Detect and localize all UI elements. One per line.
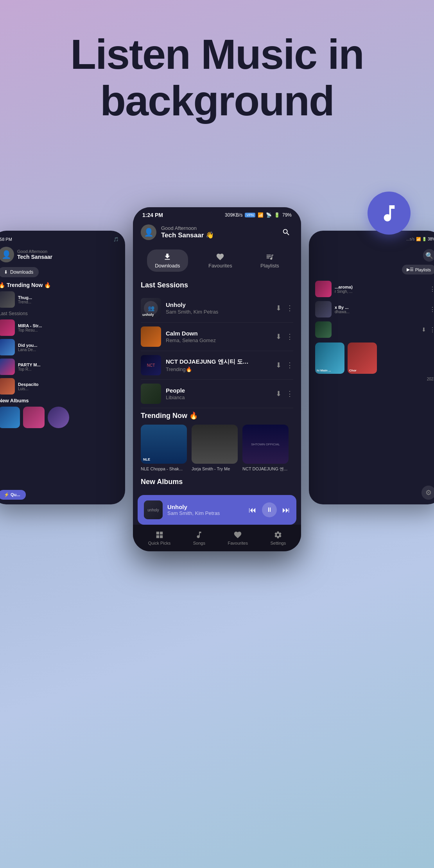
download-icon[interactable]: ⬇ xyxy=(421,326,426,333)
list-item: PARTY M... Top R... xyxy=(0,359,119,375)
status-time: 1:24 PM xyxy=(142,212,163,218)
download-song-icon[interactable]: ⬇ xyxy=(276,304,282,312)
trending-grid: NLE NLE Choppa - Shak... Jorja Smith - T… xyxy=(141,425,293,472)
song-thumbnail xyxy=(315,281,332,297)
song-item-nct[interactable]: NCT NCT DOJAEJUNG 엔시티 도… Trending🔥 ⬇ ⋮ xyxy=(141,351,293,380)
settings-icon[interactable]: ⚙ xyxy=(421,486,434,500)
song-title: People xyxy=(166,387,271,394)
vpn-badge: VPN xyxy=(245,213,255,217)
list-item: ...aroma) r Singh, ... ⋮ xyxy=(315,281,434,297)
fast-forward-button[interactable]: ⏭ xyxy=(282,506,290,515)
song-item-calmdown[interactable]: Calm Down Rema, Selena Gomez ⬇ ⋮ xyxy=(141,323,293,351)
nav-settings[interactable]: Settings xyxy=(270,531,286,545)
song-item-unholy[interactable]: 👥 unholy Unholy Sam Smith, Kim Petras ⬇ … xyxy=(141,294,293,323)
song-artist: Lana De... xyxy=(18,348,38,352)
song-thumbnail xyxy=(0,291,15,308)
grid-icon xyxy=(155,531,164,539)
nav-quick-picks-label: Quick Picks xyxy=(148,541,170,545)
right-playlists-btn[interactable]: ▶☰ Playlists xyxy=(402,265,434,274)
phone-center: 1:24 PM 309KB/s VPN 📶 📡 🔋 79% 👤 Good Aft… xyxy=(133,207,301,551)
more-options-icon[interactable]: ⋮ xyxy=(286,361,293,369)
song-artist: r Singh, ... xyxy=(335,289,353,294)
left-downloads-btn[interactable]: ⬇ Downloads xyxy=(0,267,39,277)
more-options-icon[interactable]: ⋮ xyxy=(286,389,293,398)
more-options-icon[interactable]: ⋮ xyxy=(429,285,434,293)
tab-downloads-label: Downloads xyxy=(155,263,180,269)
battery-icon: 🔋 xyxy=(274,212,280,218)
trending-label: NCT DOJAEJUNG 엔... xyxy=(242,466,289,472)
right-battery: 38% xyxy=(428,237,434,241)
play-pause-button[interactable]: ⏸ xyxy=(262,502,277,517)
tab-downloads[interactable]: Downloads xyxy=(147,249,188,272)
now-playing-title: Unholy xyxy=(167,504,244,510)
more-options-icon[interactable]: ⋮ xyxy=(286,304,293,312)
bottom-nav: Quick Picks Songs Favourites Settings xyxy=(133,525,301,551)
calmdown-thumbnail xyxy=(141,326,161,347)
unholy-thumbnail: 👥 unholy xyxy=(141,298,161,318)
quick-picks-btn[interactable]: ⚡ Qu... xyxy=(0,490,26,500)
song-artist-text: Libianca xyxy=(166,395,271,400)
people-thumbnail xyxy=(141,384,161,404)
trending-card-nle[interactable]: NLE NLE Choppa - Shak... xyxy=(141,425,187,472)
nav-quick-picks[interactable]: Quick Picks xyxy=(148,531,170,545)
nav-favourites[interactable]: Favourites xyxy=(228,531,248,545)
greeting-text: Good Afternoon xyxy=(161,225,214,231)
user-avatar[interactable]: 👤 xyxy=(141,224,156,240)
list-item: Despacito Luis... xyxy=(0,378,119,395)
album-thumb xyxy=(48,407,69,428)
right-search-btn[interactable]: 🔍 xyxy=(423,249,434,262)
nav-songs[interactable]: Songs xyxy=(193,531,205,545)
more-options-icon[interactable]: ⋮ xyxy=(286,332,293,341)
heart-tab-icon xyxy=(216,253,224,261)
trending-label: Jorja Smith - Try Me xyxy=(192,466,238,472)
jorja-thumbnail xyxy=(192,425,238,464)
song-artist-text: Sam Smith, Kim Petras xyxy=(166,309,271,315)
trending-label: NLE Choppa - Shak... xyxy=(141,466,187,472)
tab-playlists[interactable]: Playlists xyxy=(253,249,287,272)
phones-area: :58 PM 🎵 👤 Good Afternoon Tech Sansaar ⬇… xyxy=(0,207,434,868)
app-header: 👤 Good Afternoon Tech Sansaar 👋 xyxy=(133,221,301,246)
song-name: ...aroma) xyxy=(335,285,353,289)
list-item: x By ... dhawa... ⋮ xyxy=(315,301,434,317)
song-artist: dhawa... xyxy=(335,310,350,314)
list-item: Did you... Lana De... xyxy=(0,339,119,355)
battery-level: 79% xyxy=(282,212,292,218)
more-options-icon[interactable]: ⋮ xyxy=(429,306,434,313)
nav-songs-label: Songs xyxy=(193,541,205,545)
tab-favourites[interactable]: Favourites xyxy=(201,249,240,272)
user-name: Tech Sansaar 👋 xyxy=(161,231,214,239)
song-thumbnail xyxy=(0,319,15,336)
phone-right: ...s/s 📶 🔋 38% 🔍 ▶☰ Playlists ...aroma) xyxy=(309,231,434,504)
download-song-icon[interactable]: ⬇ xyxy=(276,332,282,341)
download-song-icon[interactable]: ⬇ xyxy=(276,361,282,369)
album-thumb: Chor xyxy=(348,343,377,374)
song-artist-text: Trending🔥 xyxy=(166,366,271,372)
song-item-people[interactable]: People Libianca ⬇ ⋮ xyxy=(141,380,293,408)
trending-card-jorja[interactable]: Jorja Smith - Try Me xyxy=(192,425,238,472)
trending-card-nct[interactable]: SHTOWN OFFICIAL NCT DOJAEJUNG 엔... xyxy=(242,425,289,472)
phone-left: :58 PM 🎵 👤 Good Afternoon Tech Sansaar ⬇… xyxy=(0,231,125,504)
hero-section: Listen Music in background xyxy=(0,0,434,140)
left-new-albums-title: New Albums xyxy=(0,398,119,404)
right-year: 2023 xyxy=(315,377,434,381)
song-artist: Top Resu... xyxy=(18,328,42,332)
nav-favourites-label: Favourites xyxy=(228,541,248,545)
nav-tabs: Downloads Favourites Playlists xyxy=(133,246,301,278)
now-playing-thumbnail: unholy xyxy=(144,500,163,519)
now-playing-bar[interactable]: unholy Unholy Sam Smith, Kim Petras ⏮ ⏸ … xyxy=(138,495,296,525)
heart-icon xyxy=(233,531,242,539)
download-song-icon[interactable]: ⬇ xyxy=(276,389,282,398)
more-options-icon[interactable]: ⋮ xyxy=(429,326,434,334)
music-icon xyxy=(195,531,203,539)
trending-now-title: Trending Now 🔥 xyxy=(141,408,293,420)
left-time: :58 PM xyxy=(0,237,12,242)
right-status-bar: ...s/s 📶 🔋 38% xyxy=(315,237,434,241)
list-item: Thug... Trend... xyxy=(0,291,119,308)
search-button[interactable] xyxy=(279,225,293,239)
rewind-button[interactable]: ⏮ xyxy=(249,506,256,515)
playback-controls: ⏮ ⏸ ⏭ xyxy=(249,502,290,517)
music-bubble[interactable] xyxy=(368,192,411,235)
signal-icon: 📶 xyxy=(258,212,264,218)
song-name: Thug... xyxy=(18,295,32,300)
song-thumbnail xyxy=(315,321,332,338)
